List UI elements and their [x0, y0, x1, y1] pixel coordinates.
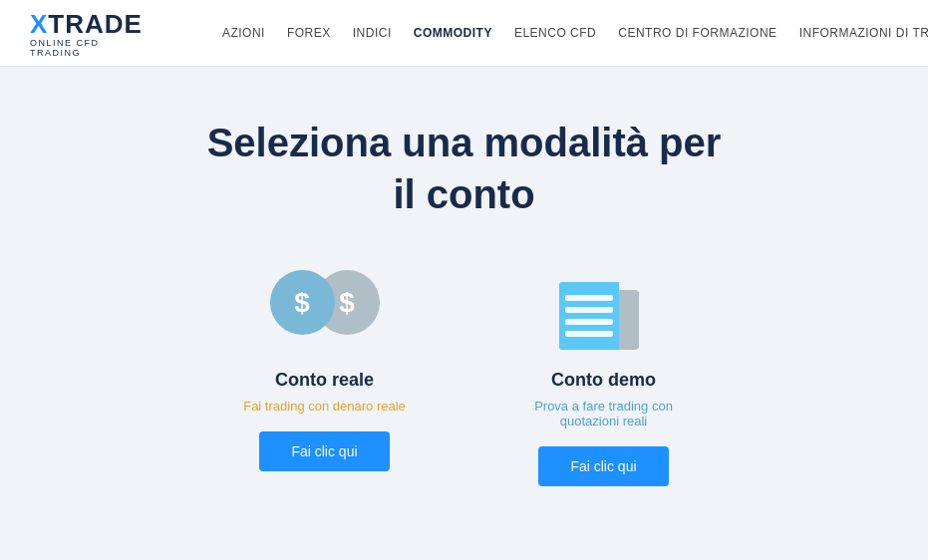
demo-account-card: Conto demo Prova a fare trading con quot… [504, 270, 704, 486]
real-account-icon: $ $ [270, 270, 380, 350]
real-account-title: Conto reale [275, 370, 374, 391]
page-title-line2: il conto [393, 172, 534, 216]
nav-commodity[interactable]: COMMODITY [414, 26, 492, 40]
page-title-line1: Seleziona una modalità per [207, 121, 722, 164]
main-content: Seleziona una modalità per il conto $ $ … [0, 67, 928, 526]
account-options: $ $ Conto reale Fai trading con denaro r… [225, 270, 704, 486]
demo-account-title: Conto demo [551, 370, 656, 391]
page-title: Seleziona una modalità per il conto [207, 117, 722, 220]
nav-indici[interactable]: INDICI [353, 26, 392, 40]
book-right [619, 290, 639, 350]
nav-azioni[interactable]: AZIONI [222, 26, 265, 40]
real-account-button[interactable]: Fai clic qui [259, 431, 389, 471]
demo-account-button[interactable]: Fai clic qui [538, 446, 668, 486]
nav-informazioni-trading[interactable]: INFORMAZIONI DI TRADING [799, 26, 928, 40]
coin-blue: $ [270, 270, 335, 335]
logo-text: XTRADE [30, 9, 143, 40]
main-nav: AZIONI FOREX INDICI COMMODITY ELENCO CFD… [222, 26, 928, 40]
logo-x: X [30, 9, 48, 39]
logo-subtitle: ONLINE CFD TRADING [30, 38, 143, 58]
book-left [559, 282, 619, 350]
nav-centro-formazione[interactable]: CENTRO DI FORMAZIONE [618, 26, 776, 40]
book-line-4 [565, 331, 613, 337]
demo-account-icon [559, 270, 649, 350]
book-line-3 [565, 319, 613, 325]
logo-trade: TRADE [48, 9, 143, 39]
book-line-1 [565, 295, 613, 301]
book-line-2 [565, 307, 613, 313]
nav-elenco-cfd[interactable]: ELENCO CFD [514, 26, 596, 40]
book-icon [559, 270, 649, 350]
site-header: XTRADE ONLINE CFD TRADING AZIONI FOREX I… [0, 0, 928, 67]
demo-account-subtitle: Prova a fare trading con quotazioni real… [504, 399, 704, 428]
real-account-subtitle: Fai trading con denaro reale [243, 399, 406, 414]
nav-forex[interactable]: FOREX [287, 26, 331, 40]
real-account-card: $ $ Conto reale Fai trading con denaro r… [225, 270, 425, 471]
logo[interactable]: XTRADE ONLINE CFD TRADING [30, 9, 143, 58]
